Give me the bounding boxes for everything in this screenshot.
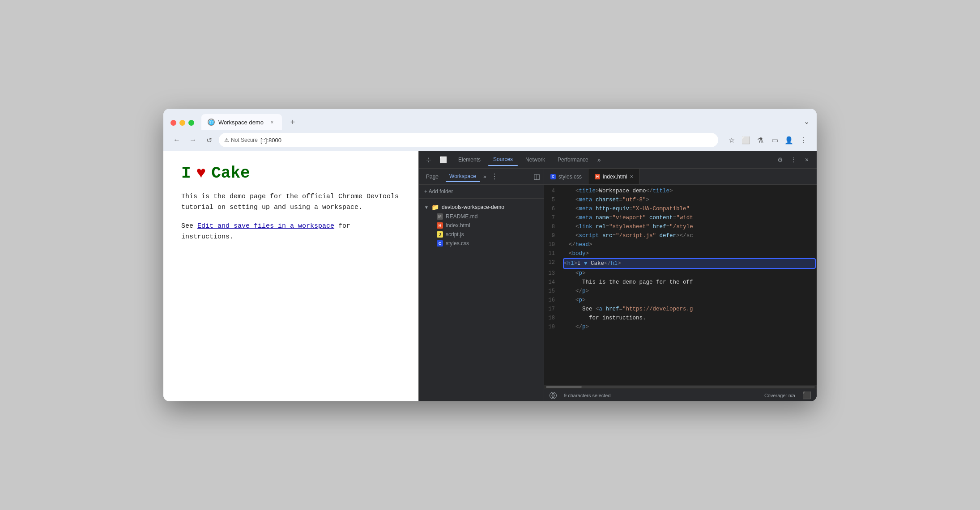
code-line-10: 10 </head> <box>544 240 817 249</box>
line-number-14: 14 <box>544 278 562 287</box>
forward-button[interactable]: → <box>187 134 199 146</box>
new-tab-button[interactable]: + <box>285 114 300 130</box>
line-content-14: This is the demo page for the off <box>562 278 817 287</box>
src-tab-dots[interactable]: ⋮ <box>491 172 498 181</box>
inspector-icon[interactable]: ⊹ <box>422 153 435 166</box>
code-line-15: 15 </p> <box>544 287 817 296</box>
browser-window: 🌐 Workspace demo × + ⌄ ← → ↺ ⚠ Not Secur… <box>163 109 817 401</box>
address-bar: ← → ↺ ⚠ Not Secure [::]​:8000 ☆ ⬜ ⚗ ▭ 👤 … <box>163 130 817 151</box>
line-content-12: <h1>I ♥ Cake</h1> <box>563 258 816 269</box>
format-icon[interactable]: {} <box>550 392 557 399</box>
file-icon-css: C <box>437 240 443 246</box>
code-editor: C styles.css H index.html × 4 <box>544 169 817 401</box>
file-name-stylescss: styles.css <box>446 240 469 246</box>
code-line-12: 12 <h1>I ♥ Cake</h1> <box>544 258 817 269</box>
folder-icon: 📁 <box>431 204 439 211</box>
sidebar-icon[interactable]: ▭ <box>768 134 781 146</box>
editor-tab-stylescss[interactable]: C styles.css <box>544 169 588 184</box>
dt-toolbar-right: ⚙ ⋮ × <box>774 153 813 166</box>
settings-icon[interactable]: ⚙ <box>774 153 786 166</box>
tab-expand-button[interactable]: ⌄ <box>804 117 810 126</box>
close-traffic-light[interactable] <box>170 120 176 126</box>
code-line-13: 13 <p> <box>544 269 817 278</box>
devtools-status-bar: {} 9 characters selected Coverage: n/a ⬛ <box>544 389 817 401</box>
editor-tabs: C styles.css H index.html × <box>544 169 817 185</box>
code-line-18: 18 for instructions. <box>544 314 817 323</box>
flask-icon[interactable]: ⚗ <box>754 134 767 146</box>
url-text: [::]​:8000 <box>260 137 281 144</box>
maximize-traffic-light[interactable] <box>188 120 194 126</box>
file-icon-md: M <box>437 213 443 220</box>
file-icon-js: J <box>437 231 443 238</box>
sources-sidebar: Page Workspace » ⋮ ◫ + Add folder <box>419 169 544 401</box>
code-line-5: 5 <meta charset="utf-8"> <box>544 196 817 204</box>
file-name-scriptjs: script.js <box>446 231 464 238</box>
file-readme[interactable]: M README.md <box>435 212 538 221</box>
profile-icon[interactable]: 👤 <box>783 134 795 146</box>
code-line-17: 17 See <a href="https://developers.g <box>544 305 817 314</box>
add-folder-label: + Add folder <box>424 188 453 195</box>
line-number-15: 15 <box>544 287 562 296</box>
src-tab-page[interactable]: Page <box>422 172 442 182</box>
line-number-6: 6 <box>544 204 562 213</box>
url-bar[interactable]: ⚠ Not Secure [::]​:8000 <box>219 133 718 147</box>
scrollbar-thumb[interactable] <box>546 386 582 388</box>
src-tab-more[interactable]: » <box>483 173 486 180</box>
code-line-11: 11 <body> <box>544 249 817 258</box>
page-content: I ♥ Cake This is the demo page for the o… <box>163 151 418 401</box>
devtools-toolbar: ⊹ ⬜ Elements Sources Network Performance… <box>419 151 817 169</box>
line-content-10: </head> <box>562 240 817 249</box>
file-stylescss[interactable]: C styles.css <box>435 239 538 248</box>
file-tree: ▼ 📁 devtools-workspace-demo M README.md <box>419 199 544 401</box>
tabs-more-icon[interactable]: » <box>596 156 603 163</box>
close-devtools-button[interactable]: × <box>801 153 813 166</box>
traffic-lights <box>170 120 194 126</box>
editor-tab-indexhtml[interactable]: H index.html × <box>588 169 640 184</box>
customize-icon[interactable]: ⋮ <box>787 153 800 166</box>
editor-scrollbar[interactable] <box>544 385 817 389</box>
refresh-button[interactable]: ↺ <box>203 134 215 146</box>
tab-label-indexhtml: index.html <box>603 174 627 180</box>
workspace-folder: ▼ 📁 devtools-workspace-demo M README.md <box>419 200 544 250</box>
src-tab-workspace[interactable]: Workspace <box>446 171 480 182</box>
line-number-9: 9 <box>544 231 562 240</box>
src-sidebar-toggle[interactable]: ◫ <box>533 172 540 181</box>
sources-container: Page Workspace » ⋮ ◫ + Add folder <box>419 169 817 401</box>
more-icon[interactable]: ⋮ <box>797 134 810 146</box>
line-number-10: 10 <box>544 240 562 249</box>
extension-icon[interactable]: ⬜ <box>740 134 752 146</box>
code-line-9: 9 <script src="/script.js" defer></sc <box>544 231 817 240</box>
line-number-4: 4 <box>544 187 562 196</box>
code-line-14: 14 This is the demo page for the off <box>544 278 817 287</box>
line-number-7: 7 <box>544 213 562 222</box>
add-folder-button[interactable]: + Add folder <box>424 188 538 195</box>
folder-arrow: ▼ <box>424 205 429 210</box>
tab-performance[interactable]: Performance <box>552 154 594 166</box>
file-scriptjs[interactable]: J script.js <box>435 230 538 239</box>
tab-network[interactable]: Network <box>520 154 550 166</box>
code-area[interactable]: 4 <title>Workspace demo</title> 5 <meta … <box>544 185 817 385</box>
line-content-19: </p> <box>562 323 817 332</box>
browser-tab[interactable]: 🌐 Workspace demo × <box>201 114 282 130</box>
selected-text-status: 9 characters selected <box>564 393 611 398</box>
scrollbar-track <box>546 386 815 388</box>
tab-close-button[interactable]: × <box>268 119 276 126</box>
back-button[interactable]: ← <box>170 134 183 146</box>
workspace-link[interactable]: Edit and save files in a workspace <box>197 222 334 230</box>
tab-elements[interactable]: Elements <box>453 154 486 166</box>
folder-header[interactable]: ▼ 📁 devtools-workspace-demo <box>424 202 538 212</box>
p2-prefix: See <box>181 222 197 230</box>
line-content-8: <link rel="stylesheet" href="/style <box>562 222 817 231</box>
bookmark-icon[interactable]: ☆ <box>725 134 738 146</box>
file-indexhtml[interactable]: H index.html <box>435 221 538 230</box>
tab-file-icon-html: H <box>595 174 600 179</box>
line-content-18: for instructions. <box>562 314 817 323</box>
line-number-12: 12 <box>544 258 562 267</box>
editor-tab-close[interactable]: × <box>630 174 633 180</box>
line-number-19: 19 <box>544 323 562 332</box>
screenshot-icon[interactable]: ⬛ <box>802 391 811 400</box>
device-mode-icon[interactable]: ⬜ <box>437 153 449 166</box>
code-line-19: 19 </p> <box>544 323 817 332</box>
tab-sources[interactable]: Sources <box>488 153 518 166</box>
minimize-traffic-light[interactable] <box>179 120 185 126</box>
